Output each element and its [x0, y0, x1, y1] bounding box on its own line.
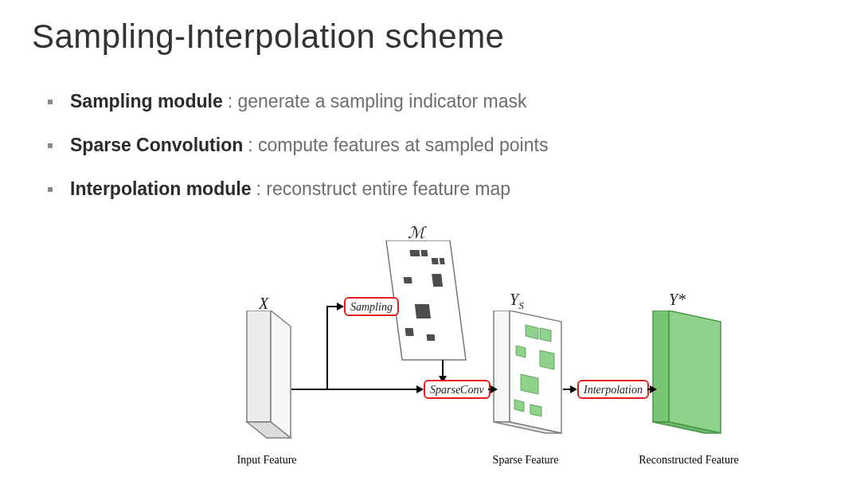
arrow: [326, 306, 328, 389]
arrow-head-icon: [491, 385, 498, 393]
interpolation-op: Interpolation: [577, 380, 649, 399]
bullet-desc: : generate a sampling indicator mask: [228, 91, 527, 111]
svg-marker-22: [530, 404, 541, 416]
svg-marker-17: [540, 328, 551, 342]
diagram: X ℳ YS Y* Input Feature: [199, 231, 836, 486]
slide-title: Sampling-Interpolation scheme: [32, 18, 504, 56]
svg-rect-10: [415, 304, 431, 318]
bullet-marker: [48, 187, 53, 192]
svg-marker-18: [516, 346, 526, 357]
sparseconv-op: SparseConv: [424, 380, 491, 399]
label-m: ℳ: [408, 223, 424, 242]
svg-marker-13: [494, 311, 510, 422]
svg-marker-0: [247, 311, 271, 422]
svg-marker-23: [653, 311, 669, 422]
svg-rect-11: [405, 328, 414, 336]
svg-marker-24: [669, 311, 721, 433]
input-feature-caption: Input Feature: [215, 454, 319, 486]
arrow: [442, 360, 444, 377]
svg-marker-21: [514, 400, 524, 412]
bullet-desc: : compute features at sampled points: [248, 135, 548, 155]
bullet-desc: : reconstruct entire feature map: [256, 178, 510, 199]
arrow-head-icon: [337, 303, 344, 311]
input-feature-block: [231, 311, 311, 454]
bullet-label: Sampling module: [70, 91, 223, 111]
reconstructed-feature-caption: Reconstructed Feature: [621, 454, 756, 486]
bullet-item: Interpolation module: reconstruct entire…: [48, 177, 764, 201]
svg-marker-1: [271, 311, 291, 438]
svg-rect-6: [432, 258, 439, 264]
label-ys: YS: [510, 291, 524, 312]
arrow-head-icon: [416, 385, 424, 393]
arrow: [291, 389, 326, 390]
svg-rect-4: [409, 250, 420, 256]
svg-rect-8: [404, 277, 412, 283]
arrow-head-icon: [650, 385, 657, 393]
bullet-marker: [48, 143, 53, 148]
sampling-op: Sampling: [344, 297, 399, 316]
bullet-item: Sampling module: generate a sampling ind…: [48, 89, 764, 114]
svg-rect-9: [432, 274, 443, 287]
arrow: [326, 389, 418, 390]
bullet-item: Sparse Convolution: compute features at …: [48, 133, 764, 158]
svg-rect-7: [440, 258, 445, 264]
reconstructed-feature-block: [645, 311, 733, 454]
bullet-marker: [48, 100, 53, 104]
arrow-head-icon: [570, 385, 577, 393]
bullet-label: Sparse Convolution: [70, 135, 243, 155]
label-ystar: Y*: [669, 291, 686, 309]
sparse-feature-block: [486, 311, 573, 454]
svg-marker-19: [540, 350, 554, 369]
bullet-list: Sampling module: generate a sampling ind…: [48, 89, 764, 221]
sparse-feature-caption: Sparse Feature: [470, 454, 581, 486]
svg-rect-5: [420, 250, 428, 256]
bullet-label: Interpolation module: [70, 178, 251, 199]
svg-rect-12: [426, 334, 435, 341]
